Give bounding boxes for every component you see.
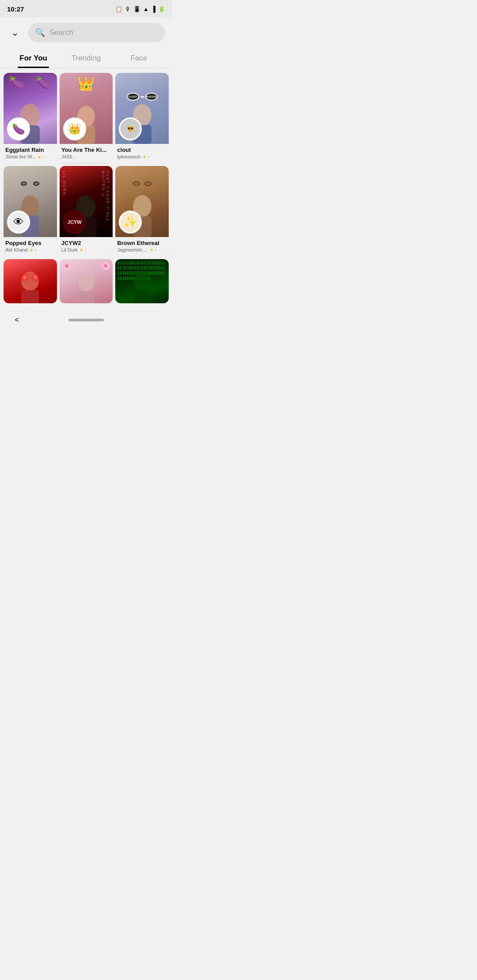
card-info: Popped Eyes Atit Kharel ★ › bbox=[4, 237, 57, 256]
card-info: You Are The Ki... J4S5 › bbox=[60, 144, 113, 163]
search-placeholder: Search bbox=[49, 28, 73, 37]
card-title: clout bbox=[117, 147, 167, 153]
star-icon: ★ bbox=[142, 154, 147, 160]
card-image-partial bbox=[4, 259, 57, 303]
card-author: Jagmeetsing... ★ › bbox=[117, 247, 167, 253]
card-avatar: JCYW bbox=[63, 211, 86, 234]
back-arrow-icon: < bbox=[15, 316, 19, 324]
tab-for-you[interactable]: For You bbox=[7, 48, 60, 68]
card-image-partial: 0110100101011010010101101001011010010101… bbox=[115, 259, 169, 303]
glass-right: PLEASE bbox=[145, 93, 158, 101]
clout-glasses: CLOUT PLEASE bbox=[127, 93, 158, 101]
card-title: JCYW2 bbox=[61, 240, 111, 246]
blossom-right: 🌸 bbox=[101, 261, 110, 271]
svg-rect-17 bbox=[134, 290, 151, 303]
chevron-right-icon: › bbox=[148, 154, 150, 159]
glass-left: CLOUT bbox=[127, 93, 139, 101]
card-image: 👑 👑 bbox=[60, 73, 113, 144]
battery-icon: 🔋 bbox=[158, 6, 165, 12]
bottom-bar: < bbox=[0, 308, 172, 335]
blossom-left: 🌸 bbox=[62, 261, 72, 271]
chevron-right-icon: › bbox=[74, 154, 76, 159]
chevron-down-icon: ⌄ bbox=[11, 27, 19, 38]
matrix-face-silhouette bbox=[127, 268, 158, 303]
card-avatar: ✨ bbox=[119, 211, 142, 234]
crown-decor: 👑 bbox=[77, 75, 95, 92]
tab-face[interactable]: Face bbox=[113, 48, 165, 68]
red-eyes-decor bbox=[22, 275, 38, 280]
card-avatar: 🍆 bbox=[7, 117, 30, 140]
author-name: Jagmeetsing... bbox=[117, 247, 148, 253]
card-jcyw2[interactable]: LIL DURK JUST CAUSE Y'ALL WAITED II JCYW… bbox=[60, 166, 113, 256]
card-title: Brown Ethereal bbox=[117, 240, 167, 246]
mic-icon: 🎙 bbox=[125, 6, 131, 12]
card-author: J4S5 › bbox=[61, 154, 111, 159]
tab-trending[interactable]: Trending bbox=[60, 48, 112, 68]
face-silhouette bbox=[71, 268, 102, 303]
card-avatar: 😎 bbox=[119, 117, 142, 140]
card-author: Jinnie the W... ★ › bbox=[5, 154, 55, 160]
card-info: JCYW2 Lil Durk ★ › bbox=[60, 237, 113, 256]
card-image: ✨ bbox=[115, 166, 169, 237]
vibrate-icon: 📳 bbox=[133, 6, 140, 12]
avatar-emoji: 🍆 bbox=[8, 119, 29, 139]
search-bar[interactable]: 🔍 Search bbox=[28, 23, 165, 42]
card-info: clout tyleeseeuh ★ › bbox=[115, 144, 169, 163]
chevron-right-icon: › bbox=[35, 247, 37, 253]
card-avatar: 👁 bbox=[7, 211, 30, 234]
filter-grid: 🍆🍆 🍆 Eggplant Rain Jinnie the W... ★ › 👑 bbox=[0, 68, 172, 308]
back-button[interactable]: ⌄ bbox=[7, 25, 23, 41]
avatar-emoji: 👑 bbox=[64, 119, 85, 139]
svg-rect-15 bbox=[78, 291, 95, 303]
star-icon: ★ bbox=[79, 247, 83, 253]
star-icon: ★ bbox=[29, 247, 34, 253]
wifi-icon: ▲ bbox=[143, 6, 149, 12]
chevron-right-icon: › bbox=[85, 247, 87, 253]
signal-icon: ▐ bbox=[151, 6, 155, 12]
card-eggplant-rain[interactable]: 🍆🍆 🍆 Eggplant Rain Jinnie the W... ★ › bbox=[4, 73, 57, 163]
card-author: tyleeseeuh ★ › bbox=[117, 154, 167, 160]
top-bar: ⌄ 🔍 Search bbox=[0, 18, 172, 48]
star-icon: ★ bbox=[37, 154, 42, 160]
card-title: Popped Eyes bbox=[5, 240, 55, 246]
tab-bar: For You Trending Face bbox=[0, 48, 172, 68]
card-popped-eyes[interactable]: 👁 Popped Eyes Atit Kharel ★ › bbox=[4, 166, 57, 256]
card-you-are-the-king[interactable]: 👑 👑 You Are The Ki... J4S5 › bbox=[60, 73, 113, 163]
card-cherry-blossom[interactable]: 🌸 🌸 bbox=[60, 259, 113, 303]
red-eye-left bbox=[22, 275, 27, 280]
card-info: Eggplant Rain Jinnie the W... ★ › bbox=[4, 144, 57, 163]
bottom-back-button[interactable]: < bbox=[9, 312, 25, 328]
svg-rect-13 bbox=[21, 290, 39, 303]
card-clout[interactable]: CLOUT PLEASE 😎 clout tyleeseeuh ★ › bbox=[115, 73, 169, 163]
card-info: Brown Ethereal Jagmeetsing... ★ › bbox=[115, 237, 169, 256]
card-author: Lil Durk ★ › bbox=[61, 247, 111, 253]
search-icon: 🔍 bbox=[35, 28, 45, 38]
card-title: Eggplant Rain bbox=[5, 147, 55, 153]
avatar-face: 😎 bbox=[120, 119, 140, 139]
author-name: Lil Durk bbox=[61, 247, 78, 253]
clipboard-icon: 📋 bbox=[115, 6, 122, 12]
svg-point-14 bbox=[78, 272, 94, 292]
red-eye-right bbox=[33, 275, 38, 280]
card-matrix-face[interactable]: 0110100101011010010101101001011010010101… bbox=[115, 259, 169, 303]
chevron-right-icon: › bbox=[155, 247, 157, 253]
card-red-glow[interactable] bbox=[4, 259, 57, 303]
card-author: Atit Kharel ★ › bbox=[5, 247, 55, 253]
card-image: 👁 bbox=[4, 166, 57, 237]
author-name: J4S5 bbox=[61, 154, 72, 159]
card-avatar: 👑 bbox=[63, 117, 86, 140]
author-name: Atit Kharel bbox=[5, 247, 28, 253]
popped-eyes-decor bbox=[21, 181, 39, 186]
card-image-partial: 🌸 🌸 bbox=[60, 259, 113, 303]
status-icons: 📋 🎙 📳 ▲ ▐ 🔋 bbox=[115, 6, 165, 12]
card-image: LIL DURK JUST CAUSE Y'ALL WAITED II JCYW bbox=[60, 166, 113, 237]
home-indicator bbox=[68, 319, 104, 321]
chevron-right-icon: › bbox=[43, 154, 45, 159]
card-title: You Are The Ki... bbox=[61, 147, 111, 153]
jcyw-left-text: LIL DURK bbox=[62, 170, 67, 196]
status-time: 10:27 bbox=[7, 5, 24, 13]
card-brown-ethereal[interactable]: ✨ Brown Ethereal Jagmeetsing... ★ › bbox=[115, 166, 169, 256]
avatar-face: ✨ bbox=[120, 212, 140, 232]
author-name: Jinnie the W... bbox=[5, 154, 36, 159]
star-icon: ★ bbox=[149, 247, 154, 253]
